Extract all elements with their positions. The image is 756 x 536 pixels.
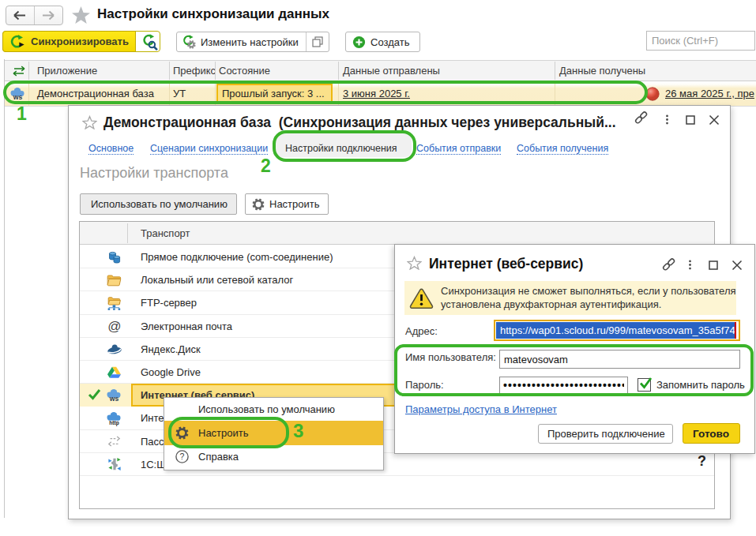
svg-text:@: @: [107, 319, 121, 333]
svg-text:http: http: [109, 420, 118, 426]
svg-text:ws: ws: [109, 395, 119, 403]
svg-text:?: ?: [180, 452, 185, 461]
